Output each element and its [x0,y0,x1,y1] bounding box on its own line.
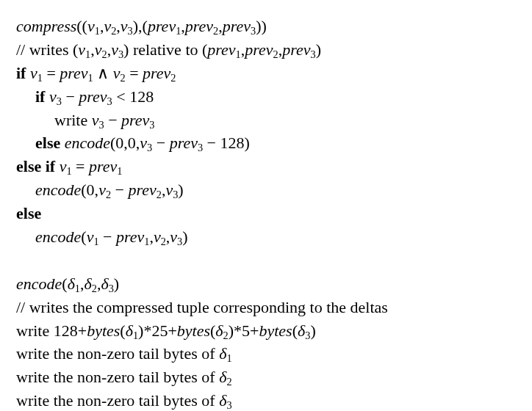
line-encode-signature: encode(δ1,δ2,δ3) [16,272,516,296]
kw-elseif: else if [16,157,60,175]
var-delta1: δ1 [68,274,80,293]
line-comment-1: // writes (v1,v2,v3) relative to (prev1,… [16,38,516,62]
kw-if: if [35,87,49,106]
var-prev1: prev1 [148,17,181,35]
line-write-header: write 128+bytes(δ1)*25+bytes(δ2)*5+bytes… [16,319,516,343]
line-comment-2: // writes the compressed tuple correspon… [16,296,516,319]
line-write-tail-1: write the non-zero tail bytes of δ1 [16,342,516,365]
line-else-encode-1: else encode(0,0,v3 − prev3 − 128) [16,131,516,155]
line-write-tail-3: write the non-zero tail bytes of δ3 [16,389,516,411]
line-if-2: if v3 − prev3 < 128 [16,85,516,109]
var-v2: v2 [104,17,116,35]
fn-encode: encode [16,274,62,293]
var-delta2: δ2 [85,274,97,293]
var-prev2: prev2 [185,17,218,35]
var-delta3: δ3 [101,274,113,293]
line-encode-3: encode(v1 − prev1,v2,v3) [16,225,516,249]
line-if-1: if v1 = prev1 ∧ v2 = prev2 [16,62,516,85]
kw-else: else [16,204,41,222]
line-compress-signature: compress((v1,v2,v3),(prev1,prev2,prev3)) [16,15,516,38]
var-v1: v1 [87,17,100,35]
kw-if: if [16,64,30,82]
var-v3: v3 [121,17,133,35]
line-write-tail-2: write the non-zero tail bytes of δ2 [16,365,516,389]
line-encode-2: encode(0,v2 − prev2,v3) [16,178,516,202]
kw-else: else [35,134,60,152]
var-prev3: prev3 [223,17,256,35]
line-write-1: write v3 − prev3 [16,109,516,132]
line-elseif: else if v1 = prev1 [16,155,516,178]
text: (( [76,17,87,35]
line-else: else [16,202,516,225]
blank-line [16,249,516,272]
fn-compress: compress [16,17,76,35]
